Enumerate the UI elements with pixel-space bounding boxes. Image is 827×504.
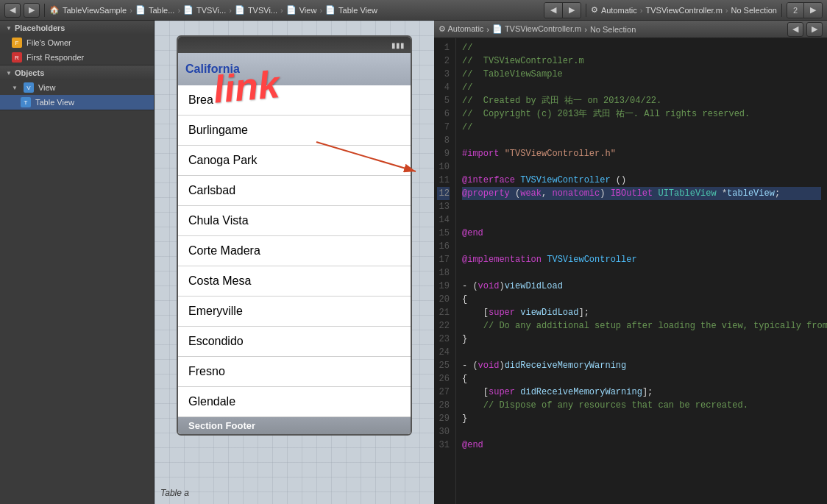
left-panel: ▼ Placeholders F File's Owner R First Re… <box>0 21 155 504</box>
nav-forward-button[interactable]: ▶ <box>24 3 40 18</box>
city-brea[interactable]: Brea <box>178 85 411 116</box>
scheme-icon: ⚙ <box>591 5 598 15</box>
first-responder-label: First Responder <box>26 53 84 62</box>
code-back-button[interactable]: ◀ <box>787 22 803 37</box>
view-item[interactable]: ▼ V View <box>0 80 154 95</box>
code-content[interactable]: // // TVSViewController.m // TableViewSa… <box>456 38 827 504</box>
placeholders-section: ▼ Placeholders F File's Owner R First Re… <box>0 21 154 65</box>
city-burlingame[interactable]: Burlingame <box>178 116 411 146</box>
code-no-selection-label[interactable]: No Selection <box>590 25 636 34</box>
status-bar: ▮▮▮ <box>178 37 411 53</box>
breadcrumb-tvsvi1[interactable]: 📄 TVSVi... <box>183 5 226 15</box>
section-footer: Section Footer <box>178 417 411 434</box>
city-glendale[interactable]: Glendale <box>178 387 411 417</box>
breadcrumb-tvsvi2[interactable]: 📄 TVSVi... <box>235 5 277 15</box>
table-view-label: Table View <box>35 98 74 107</box>
city-emeryville[interactable]: Emeryville <box>178 297 411 327</box>
city-fresno[interactable]: Fresno <box>178 357 411 387</box>
code-breadcrumb: ⚙ Automatic › 📄 TVSViewController.m › No… <box>439 24 636 34</box>
main-content: ▼ Placeholders F File's Owner R First Re… <box>0 21 827 504</box>
toolbar-separator-1 <box>44 4 45 17</box>
view-collapse-arrow: ▼ <box>12 85 18 91</box>
nav-title: California <box>185 63 240 76</box>
code-scheme[interactable]: ⚙ Automatic <box>591 5 637 15</box>
city-chula-vista[interactable]: Chula Vista <box>178 206 411 236</box>
count-forward-button[interactable]: ▶ <box>804 3 822 18</box>
file-icon-5: 📄 <box>325 5 336 15</box>
city-costa-mesa[interactable]: Costa Mesa <box>178 266 411 297</box>
file-icon-1: 📄 <box>135 5 146 15</box>
breadcrumb-table[interactable]: 📄 Table... <box>135 5 174 15</box>
table-a-label: Table a <box>160 488 189 498</box>
objects-header[interactable]: ▼ Objects <box>0 65 154 80</box>
objects-section: ▼ Objects ▼ V View T Table View <box>0 65 154 110</box>
toolbar-right: ◀ ▶ ⚙ Automatic › TVSViewController.m › … <box>544 2 823 18</box>
breadcrumb-home-label: TableViewSample <box>63 6 127 15</box>
table-list: Brea Burlingame Canoga Park Carlsbad Chu… <box>178 85 411 417</box>
city-corte-madera[interactable]: Corte Madera <box>178 236 411 266</box>
nav-back-button[interactable]: ◀ <box>4 3 21 18</box>
table-view-item[interactable]: T Table View <box>0 95 154 110</box>
middle-panel: link ▮▮▮ California Brea Burli <box>155 21 434 504</box>
toolbar-separator-3 <box>781 4 782 17</box>
code-file-breadcrumb[interactable]: TVSViewController.m <box>645 6 722 15</box>
placeholders-header[interactable]: ▼ Placeholders <box>0 21 154 35</box>
nav-bar: California <box>178 53 411 85</box>
code-scheme-label[interactable]: ⚙ Automatic <box>439 24 483 34</box>
code-editor-right: ◀ ▶ <box>787 22 823 37</box>
files-owner-label: File's Owner <box>26 38 71 47</box>
right-panel: ⚙ Automatic › 📄 TVSViewController.m › No… <box>434 21 827 504</box>
breadcrumb-view[interactable]: 📄 View <box>286 5 317 15</box>
code-forward-button[interactable]: ▶ <box>806 22 823 37</box>
top-toolbar: ◀ ▶ 🏠 TableViewSample › 📄 Table... › 📄 T… <box>0 0 827 21</box>
code-area[interactable]: 1 2 3 4 5 6 7 8 9 10 11 12 13 14 15 16 1… <box>434 38 827 504</box>
first-responder-item[interactable]: R First Responder <box>0 50 154 65</box>
city-canoga-park[interactable]: Canoga Park <box>178 146 411 176</box>
objects-label: Objects <box>15 68 44 77</box>
toolbar-separator-2 <box>586 4 586 17</box>
table-view-icon: T <box>21 97 31 107</box>
seg-forward-button[interactable]: ▶ <box>563 3 581 18</box>
file-icon-2: 📄 <box>183 5 194 15</box>
seg-back-button[interactable]: ◀ <box>544 3 563 18</box>
code-file-label[interactable]: 📄 TVSViewController.m <box>492 24 581 34</box>
objects-triangle: ▼ <box>6 70 12 77</box>
iphone-frame: ▮▮▮ California Brea Burlingame Canoga Pa… <box>177 35 412 436</box>
file-icon-4: 📄 <box>286 5 297 15</box>
view-icon: V <box>24 82 34 93</box>
code-editor-toolbar: ⚙ Automatic › 📄 TVSViewController.m › No… <box>434 21 827 38</box>
first-responder-icon: R <box>12 52 22 63</box>
breadcrumb-tableview[interactable]: 📄 Table View <box>325 5 377 15</box>
toolbar-segmented-nav: ◀ ▶ <box>544 2 581 18</box>
city-escondido[interactable]: Escondido <box>178 327 411 357</box>
view-label: View <box>38 83 56 92</box>
files-owner-icon: F <box>12 38 22 48</box>
file-icon-3: 📄 <box>235 5 245 15</box>
count-num-button[interactable]: 2 <box>787 3 804 18</box>
placeholders-triangle: ▼ <box>6 25 12 32</box>
placeholders-label: Placeholders <box>15 24 65 32</box>
files-owner-item[interactable]: F File's Owner <box>0 35 154 50</box>
city-carlsbad[interactable]: Carlsbad <box>178 176 411 206</box>
line-numbers: 1 2 3 4 5 6 7 8 9 10 11 12 13 14 15 16 1… <box>434 38 456 504</box>
battery-icon: ▮▮▮ <box>391 41 405 49</box>
code-selection-breadcrumb[interactable]: No Selection <box>731 6 777 15</box>
home-icon: 🏠 <box>49 5 60 15</box>
breadcrumb-home[interactable]: 🏠 TableViewSample <box>49 5 127 15</box>
toolbar-segmented-count: 2 ▶ <box>787 2 823 18</box>
